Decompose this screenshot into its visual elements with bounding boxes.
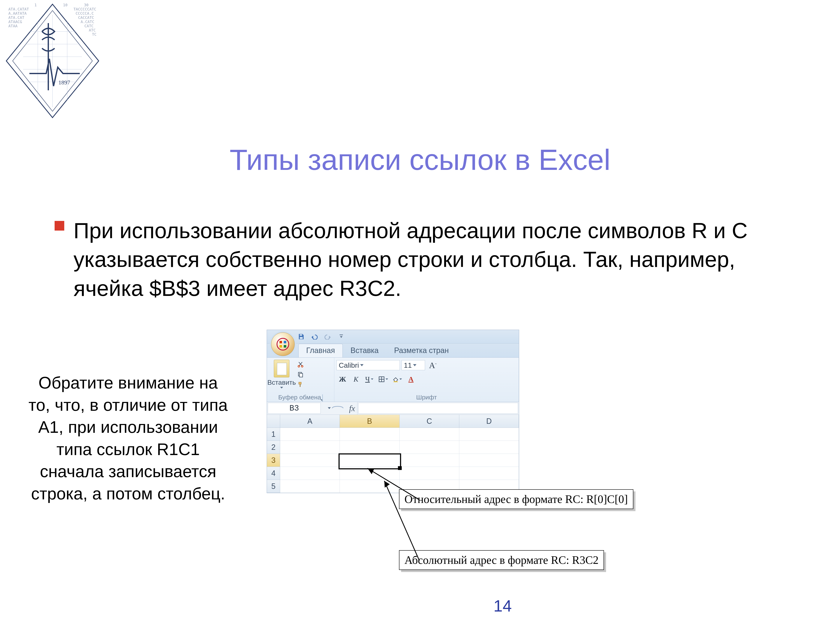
cell-A2[interactable] (280, 441, 340, 454)
row-header-3[interactable]: 3 (267, 454, 280, 467)
svg-rect-44 (393, 381, 398, 382)
svg-text:ATA.CATAT: ATA.CATAT (8, 7, 29, 11)
svg-rect-34 (284, 345, 286, 347)
svg-text:1897: 1897 (58, 79, 70, 86)
ribbon-group-font: Calibri 11 Aˆ Ж К Ч (334, 358, 519, 402)
ribbon: Вставить Буфер обмена (267, 358, 519, 402)
formula-bar-input[interactable] (358, 403, 518, 414)
bold-button[interactable]: Ж (336, 374, 349, 384)
callout-arrows (0, 0, 840, 630)
cell-C2[interactable] (399, 441, 459, 454)
select-all-corner[interactable] (267, 415, 280, 428)
col-header-C[interactable]: C (399, 415, 459, 428)
callout-absolute: Абсолютный адрес в формате RC: R3C2 (399, 550, 604, 570)
paste-label: Вставить (267, 379, 296, 387)
format-painter-icon[interactable] (296, 380, 305, 389)
cell-B3[interactable] (340, 454, 399, 467)
tab-layout[interactable]: Разметка стран (387, 344, 456, 357)
cell-D4[interactable] (459, 467, 519, 480)
tab-insert[interactable]: Вставка (343, 344, 387, 357)
formula-bar-row: B3 fx (267, 402, 519, 415)
svg-text:TACCCCCATC: TACCCCCATC (74, 7, 96, 11)
cell-B5[interactable] (340, 480, 399, 493)
svg-text:1: 1 (35, 3, 37, 7)
svg-rect-38 (300, 373, 303, 377)
cell-A3[interactable] (280, 454, 340, 467)
svg-text:A.AATATA: A.AATATA (8, 11, 27, 16)
formula-bar-buttons: fx (322, 402, 357, 415)
svg-text:ATC: ATC (89, 28, 96, 32)
undo-icon[interactable] (310, 332, 319, 341)
clipboard-dialog-launcher-icon[interactable] (322, 395, 323, 402)
font-group-label: Шрифт (416, 394, 437, 401)
borders-button[interactable] (377, 374, 390, 384)
svg-text:TC: TC (92, 32, 96, 36)
svg-point-35 (298, 365, 300, 367)
font-color-button[interactable]: A (405, 374, 417, 384)
svg-text:CATC: CATC (84, 24, 93, 28)
svg-rect-31 (279, 341, 282, 343)
row-header-1[interactable]: 1 (267, 428, 280, 441)
font-size-combo[interactable]: 11 (401, 360, 425, 370)
italic-button[interactable]: К (350, 374, 362, 384)
font-name-combo[interactable]: Calibri (336, 360, 400, 370)
cell-D3[interactable] (459, 454, 519, 467)
svg-text:CACCATC: CACCATC (78, 15, 94, 20)
svg-point-36 (302, 365, 303, 367)
svg-text:CCCCCA.C: CCCCCA.C (76, 11, 94, 16)
svg-rect-40 (300, 384, 300, 387)
svg-rect-32 (284, 341, 286, 343)
paste-icon (274, 360, 289, 377)
svg-rect-27 (300, 334, 302, 336)
copy-icon[interactable] (296, 370, 305, 379)
namebox-dropdown-icon[interactable] (327, 406, 332, 411)
cell-C1[interactable] (399, 428, 459, 441)
cell-C4[interactable] (399, 467, 459, 480)
chevron-down-icon (360, 364, 363, 366)
selection-fill-handle[interactable] (398, 466, 402, 470)
grow-font-button[interactable]: Aˆ (427, 360, 439, 370)
main-bullet: При использовании абсолютной адресации п… (55, 216, 748, 303)
cell-A1[interactable] (280, 428, 340, 441)
svg-rect-39 (298, 382, 302, 384)
qat-more-icon[interactable] (336, 332, 346, 341)
cell-B2[interactable] (340, 441, 399, 454)
cell-A5[interactable] (280, 480, 340, 493)
svg-text:30: 30 (84, 3, 88, 7)
save-icon[interactable] (296, 332, 306, 341)
name-box[interactable]: B3 (268, 403, 321, 414)
paste-button[interactable]: Вставить (269, 359, 294, 389)
col-header-B[interactable]: B (340, 415, 399, 428)
row-header-5[interactable]: 5 (267, 480, 280, 493)
row-header-2[interactable]: 2 (267, 441, 280, 454)
svg-point-30 (277, 338, 289, 350)
page-number: 14 (494, 597, 512, 616)
svg-text:ATAACG: ATAACG (8, 19, 22, 24)
redo-icon[interactable] (323, 332, 332, 341)
office-button[interactable] (271, 332, 295, 356)
cut-icon[interactable] (296, 360, 305, 369)
row-header-4[interactable]: 4 (267, 467, 280, 480)
fx-icon[interactable]: fx (349, 403, 355, 413)
main-bullet-text: При использовании абсолютной адресации п… (74, 216, 748, 303)
svg-text:ATAA: ATAA (8, 24, 17, 28)
font-name-value: Calibri (339, 361, 359, 369)
col-header-D[interactable]: D (459, 415, 519, 428)
university-logo: 1897 ATA.CATAT A.AATATA ATA.CAT ATAACG A… (4, 2, 101, 120)
cell-B4[interactable] (340, 467, 399, 480)
underline-label: Ч (365, 375, 370, 383)
svg-text:10: 10 (63, 3, 68, 7)
svg-rect-29 (339, 335, 343, 335)
tab-home[interactable]: Главная (298, 344, 343, 357)
cell-D1[interactable] (459, 428, 519, 441)
fill-color-button[interactable] (391, 374, 404, 384)
col-header-A[interactable]: A (280, 415, 340, 428)
cell-C3[interactable] (399, 454, 459, 467)
formula-expand-icon[interactable] (332, 404, 344, 412)
svg-rect-33 (279, 345, 282, 347)
bullet-icon (55, 221, 64, 231)
underline-button[interactable]: Ч (363, 374, 376, 384)
cell-D2[interactable] (459, 441, 519, 454)
cell-B1[interactable] (340, 428, 399, 441)
cell-A4[interactable] (280, 467, 340, 480)
